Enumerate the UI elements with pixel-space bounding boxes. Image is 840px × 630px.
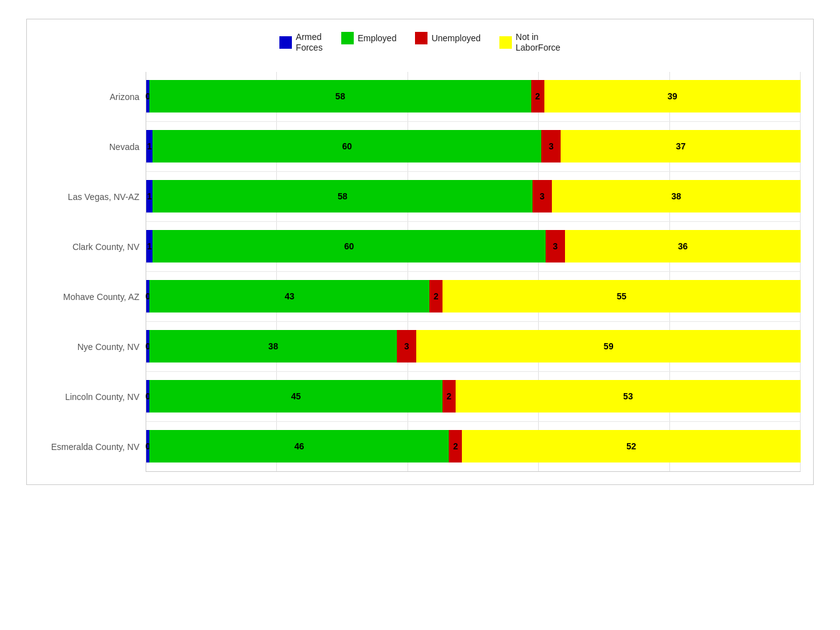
bar-row: 045253 — [146, 372, 801, 422]
legend-item-employed: Employed — [341, 32, 396, 44]
stacked-bar: 045253 — [146, 380, 801, 412]
notlabor-segment: 53 — [456, 380, 801, 412]
legend-color-armed — [279, 36, 292, 49]
notlabor-segment: 52 — [462, 430, 801, 462]
employed-segment: 60 — [152, 130, 541, 162]
y-label: Lincoln County, NV — [39, 372, 139, 422]
legend-color-employed — [341, 32, 354, 44]
y-label: Las Vegas, NV-AZ — [39, 172, 139, 222]
unemployed-segment: 3 — [541, 130, 561, 162]
unemployed-segment: 3 — [546, 230, 565, 262]
legend-item-unemployed: Unemployed — [415, 32, 481, 44]
notlabor-segment: 37 — [561, 130, 801, 162]
legend-label-employed: Employed — [358, 33, 396, 44]
employed-segment: 60 — [152, 230, 545, 262]
y-label: Nye County, NV — [39, 322, 139, 372]
unemployed-segment: 2 — [449, 430, 462, 462]
bar-row: 158338 — [146, 172, 801, 222]
stacked-bar: 160336 — [146, 230, 801, 262]
legend-color-unemployed — [415, 32, 428, 44]
stacked-bar: 058239 — [146, 80, 801, 112]
legend-label-armed: ArmedForces — [296, 32, 322, 53]
stacked-bar: 046252 — [146, 430, 801, 462]
notlabor-segment: 39 — [544, 80, 801, 112]
y-label: Clark County, NV — [39, 222, 139, 272]
stacked-bar: 158338 — [146, 180, 801, 212]
legend-label-unemployed: Unemployed — [431, 33, 481, 44]
unemployed-segment: 2 — [531, 80, 544, 112]
y-label: Esmeralda County, NV — [39, 422, 139, 472]
employed-segment: 58 — [149, 80, 531, 112]
bar-row: 058239 — [146, 72, 801, 122]
employed-segment: 58 — [152, 180, 532, 212]
unemployed-segment: 2 — [442, 380, 456, 412]
y-label: Nevada — [39, 122, 139, 172]
notlabor-segment: 38 — [552, 180, 801, 212]
bar-row: 046252 — [146, 422, 801, 471]
notlabor-segment: 59 — [416, 330, 801, 362]
chart-area: ArizonaNevadaLas Vegas, NV-AZClark Count… — [39, 72, 801, 472]
y-label: Mohave County, AZ — [39, 272, 139, 322]
stacked-bar: 038359 — [146, 330, 801, 362]
legend-color-notlabor — [499, 36, 512, 49]
unemployed-segment: 3 — [532, 180, 552, 212]
notlabor-segment: 36 — [565, 230, 801, 262]
legend-label-notlabor: Not inLaborForce — [516, 32, 561, 53]
armed-segment: 1 — [146, 180, 152, 212]
armed-segment: 1 — [146, 230, 152, 262]
bars-area: 0582391603371583381603360432550383590452… — [146, 72, 801, 472]
bar-row: 038359 — [146, 322, 801, 372]
legend: ArmedForces Employed Unemployed Not inLa… — [39, 32, 801, 53]
employed-segment: 43 — [149, 280, 429, 312]
legend-item-armed: ArmedForces — [279, 32, 322, 53]
bar-row: 160337 — [146, 122, 801, 172]
bar-row: 043255 — [146, 272, 801, 322]
armed-segment: 1 — [146, 130, 152, 162]
employed-segment: 46 — [149, 430, 449, 462]
bar-row: 160336 — [146, 222, 801, 272]
y-label: Arizona — [39, 72, 139, 122]
notlabor-segment: 55 — [442, 280, 801, 312]
stacked-bar: 043255 — [146, 280, 801, 312]
stacked-bar: 160337 — [146, 130, 801, 162]
chart-container: ArmedForces Employed Unemployed Not inLa… — [26, 19, 814, 485]
unemployed-segment: 3 — [397, 330, 416, 362]
unemployed-segment: 2 — [429, 280, 442, 312]
employed-segment: 45 — [149, 380, 442, 412]
y-labels: ArizonaNevadaLas Vegas, NV-AZClark Count… — [39, 72, 146, 472]
legend-item-notlabor: Not inLaborForce — [499, 32, 561, 53]
employed-segment: 38 — [149, 330, 397, 362]
